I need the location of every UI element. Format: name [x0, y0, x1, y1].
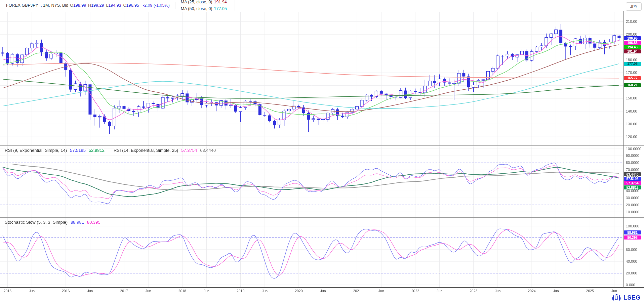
ma-label: MA (50, close, 0): [181, 6, 212, 11]
rsi-legend-item: 57.3754: [181, 148, 197, 153]
ma-label: MA (25, close, 0): [181, 0, 212, 4]
rsi-legend-item: 52.8812: [89, 148, 105, 153]
ohlc-item: C196.95: [123, 3, 139, 8]
ma-legend-item[interactable]: MA (50, close, 0)177.05: [181, 5, 235, 11]
stoch-legend-item: 88.981: [71, 220, 84, 225]
symbol-title: FOREX GBPJPY=, 1M, NYS, Bid: [6, 3, 68, 8]
stoch-legend-item: Stochastic Slow (5, 3, 3, Simple): [5, 220, 68, 225]
lseg-crest-icon: [611, 294, 621, 302]
ohlc-values: O198.99H199.29L194.93C196.95: [70, 3, 141, 8]
ma-legend-item[interactable]: MA (25, close, 0)191.94: [181, 0, 235, 5]
chart-application: FOREX GBPJPY=, 1M, NYS, Bid O198.99H199.…: [0, 0, 644, 304]
rsi-legend-item: 57.5195: [70, 148, 86, 153]
symbol-ohlc-group[interactable]: FOREX GBPJPY=, 1M, NYS, Bid O198.99H199.…: [6, 2, 175, 9]
lseg-logo: LSEG: [611, 294, 641, 302]
ohlc-item: H199.29: [88, 3, 104, 8]
ma-value: 191.94: [214, 0, 227, 4]
rsi-legend-item: RSI (14, Exponential, Simple, 25): [114, 148, 178, 153]
lseg-wordmark: LSEG: [623, 294, 641, 301]
rsi-legend-item: RSI (9, Exponential, Simple, 14): [5, 148, 67, 153]
ma-value: 177.05: [214, 6, 227, 11]
stochastic-legend[interactable]: Stochastic Slow (5, 3, 3, Simple)88.9818…: [5, 220, 104, 225]
change-value: -2.09 (-1.05%): [143, 3, 170, 8]
currency-axis-button[interactable]: JPY: [626, 2, 642, 11]
stoch-legend-item: 80.395: [87, 220, 100, 225]
rsi-legend-item: 63.4440: [200, 148, 216, 153]
rsi-legend[interactable]: RSI (9, Exponential, Simple, 14)57.51955…: [5, 148, 219, 153]
ohlc-item: L194.93: [106, 3, 121, 8]
ohlc-item: O198.99: [70, 3, 86, 8]
ma-legend-list: MA (4, close, 0)196.83MA (9, close, 0)19…: [181, 0, 240, 11]
chart-header-legend: FOREX GBPJPY=, 1M, NYS, Bid O198.99H199.…: [0, 0, 623, 11]
